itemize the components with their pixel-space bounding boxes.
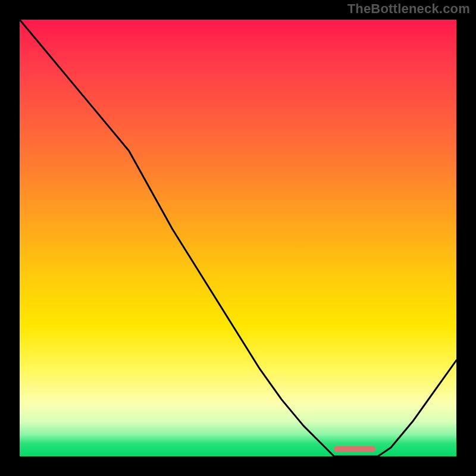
curve-path — [20, 20, 456, 456]
bottleneck-curve — [20, 20, 456, 456]
chart-container: TheBottleneck.com — [0, 0, 476, 476]
optimal-range-marker — [334, 446, 375, 452]
watermark-text: TheBottleneck.com — [347, 1, 470, 17]
plot-area — [18, 18, 458, 458]
